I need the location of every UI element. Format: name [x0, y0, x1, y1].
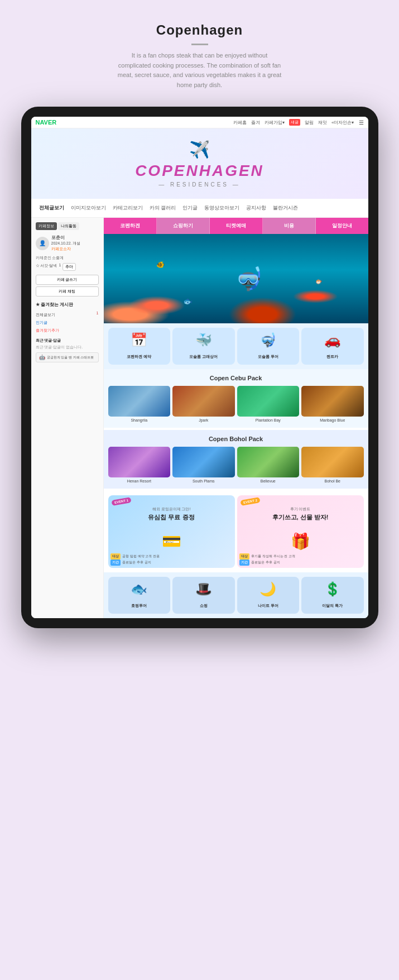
hopping-label: 호핑투어 [131, 604, 147, 608]
icon-card-reservation[interactable]: 📅 코펜하겐 예약 [108, 328, 171, 365]
bohol-item-henan[interactable]: Henan Resort [108, 447, 171, 483]
menu-cost[interactable]: 비용 [263, 218, 316, 234]
recent-title: 최근 댓글·답글 [36, 338, 99, 343]
user-info: 👤 포춘이 2024.10.22. 개설 카페요소자 [36, 235, 99, 252]
nav-alarm[interactable]: 알림 [305, 119, 314, 126]
whale-icon: 🐳 [175, 332, 233, 348]
diver-icon: 🤿 [235, 266, 263, 292]
bottom-grid: 🐟 호핑투어 🎩 쇼핑 🌙 나이트 투어 💲 이달의 특가 [104, 572, 368, 618]
header-divider [191, 44, 208, 45]
menu-copenhagen[interactable]: 코펜하겐 [104, 218, 157, 234]
page-description: It is a fan chops steak that can be enjo… [116, 51, 283, 90]
icon-card-rental[interactable]: 🚗 렌트카 [301, 328, 364, 365]
nav-tab-notice[interactable]: 공지사항 [244, 203, 268, 213]
chat-button[interactable]: 카페 채팅 [36, 286, 99, 297]
tour-label: 오슬롬 투어 [258, 355, 278, 358]
event2-title: 후기쓰고, 선물 받자! [242, 513, 359, 522]
nav-fun[interactable]: 재밋 [318, 119, 327, 126]
recent-section: 최근 댓글·답글 최근 댓글·답글이 없습니다. [36, 338, 99, 350]
icon-grid: 📅 코펜하겐 예약 🐳 오슬롬 고래상어 🤿 오슬롬 투어 🚗 렌트카 [104, 323, 368, 369]
favorites-label: ☆ 서갓·달넥 [36, 263, 57, 273]
cebu-item-jpark[interactable]: Jpark [172, 386, 235, 422]
nav-menu-icon[interactable]: ☰ [359, 119, 364, 126]
shangrila-label: Shangrila [108, 418, 171, 422]
fish-icon-1: 🐠 [156, 261, 165, 269]
nav-enjoy[interactable]: 즐겨 [251, 119, 260, 126]
board-link-popular[interactable]: 인기글 [36, 319, 99, 327]
cebu-item-plantation[interactable]: Plantation Bay [237, 386, 300, 422]
event2-period-text: 종료일은 추후 공지 [251, 561, 280, 564]
nav-tabs: 전체글보기 이미지모아보기 카테고리보기 카의 갤러리 인기글 동영상모아보기 … [31, 199, 368, 218]
bohol-item-bellevue[interactable]: Bellevue [237, 447, 300, 483]
menu-schedule[interactable]: 일정안내 [316, 218, 368, 234]
icon-card-tour[interactable]: 🤿 오슬롬 투어 [237, 328, 300, 365]
bohol-item-southplams[interactable]: South Plams [172, 447, 235, 483]
user-grade-text: 카제준인 소줄계 [36, 255, 99, 261]
nav-join[interactable]: 카페가입▾ [265, 119, 285, 126]
bellevue-img [237, 447, 300, 477]
event-card-2[interactable]: EVENT 2 후기 이벤트 후기쓰고, 선물 받자! 🎁 대상 후기를 작성해… [237, 495, 364, 568]
nav-tab-season[interactable]: 블란거시즌 [271, 203, 300, 213]
cebu-item-maribago[interactable]: Maribago Blue [301, 386, 364, 422]
write-button[interactable]: 카페 글쓰기 [36, 275, 99, 285]
event2-target-tag: 대상 [239, 553, 249, 560]
event-card-1[interactable]: EVENT 1 해외 로밍은이제 그만! 유심칩 무료 증정 💳 대상 공항 탑… [108, 495, 235, 568]
percent-icon: 💲 [304, 581, 362, 597]
cafe-hero: ✈️ COPENHAGEN — RESIDENCES — [31, 128, 368, 199]
qna-button[interactable]: 🤖 궁금한게 있을 땐 카페 스태프봇 [36, 352, 99, 362]
qna-label: 궁금한게 있을 땐 카페 스태프봇 [47, 355, 94, 360]
user-since: 2024.10.22. 개설 [51, 241, 81, 246]
southplams-label: South Plams [172, 479, 235, 483]
cebu-item-shangrila[interactable]: Shangrila [108, 386, 171, 422]
nav-tab-images[interactable]: 이미지모아보기 [69, 203, 108, 213]
sidebar-tab-activity[interactable]: 나의활동 [58, 222, 79, 230]
nav-tab-video[interactable]: 동영상모아보기 [202, 203, 242, 213]
shopping-label: 쇼핑 [200, 604, 208, 608]
add-fav-link[interactable]: 즐겨찾기추가 [36, 327, 99, 334]
new-post-badge[interactable]: 새글 [289, 119, 300, 126]
calendar-icon: 📅 [110, 332, 169, 348]
whale-label: 오슬롬 고래상어 [189, 355, 218, 358]
bottom-card-night[interactable]: 🌙 나이트 투어 [237, 577, 300, 614]
event1-subtitle: 해외 로밍은이제 그만! [113, 506, 230, 512]
nav-tab-popular[interactable]: 인기글 [180, 203, 200, 213]
henan-label: Henan Resort [108, 479, 171, 483]
sidebar-tab-info[interactable]: 카페정보 [36, 222, 57, 230]
bottom-card-special[interactable]: 💲 이달의 특가 [301, 577, 364, 614]
event2-target-text: 후기를 작성해 주시는 전 고객 [251, 554, 295, 558]
naver-logo[interactable]: NAVER [36, 119, 57, 126]
event1-detail: 대상 공항 탑컵 예약 고객 전원 기간 종료일은 추후 공지 [108, 553, 235, 568]
user-name: 포춘이 [51, 235, 81, 241]
bohol-item-bohol-be[interactable]: Bohol Be [301, 447, 364, 483]
board-link-1[interactable]: 전체글보기 [36, 311, 55, 319]
event2-subtitle: 후기 이벤트 [242, 506, 359, 512]
sim-card-icon: 💳 [162, 533, 181, 550]
follow-button[interactable]: 추마 [63, 263, 76, 271]
user-avatar: 👤 [36, 237, 49, 250]
southplams-img [172, 447, 235, 477]
device-frame: NAVER 카페홈 즐겨 카페가입▾ 새글 알림 재밋 «더자인손▾ ☰ ✈️ … [21, 107, 378, 628]
sidebar: 카페정보 나의활동 👤 포춘이 2024.10.22. 개설 카페요소자 카제준… [31, 218, 104, 618]
nav-design[interactable]: «더자인손▾ [331, 119, 354, 126]
plantation-img [237, 386, 300, 417]
hat-icon: 🎩 [175, 581, 233, 597]
bohol-pack-title: Copen Bohol Pack [108, 436, 364, 442]
page-title: Copenhagen [116, 22, 283, 38]
henan-img [108, 447, 171, 477]
menu-ticket[interactable]: 티켓예매 [210, 218, 263, 234]
fish-icon-2: 🐡 [315, 279, 322, 285]
bottom-card-shopping[interactable]: 🎩 쇼핑 [172, 577, 235, 614]
menu-shopping[interactable]: 쇼핑하기 [157, 218, 210, 234]
event1-image: 💳 [108, 532, 235, 551]
cebu-pack-title: Copen Cebu Pack [108, 375, 364, 381]
nav-cafehome[interactable]: 카페홈 [233, 119, 247, 126]
jpark-img [172, 386, 235, 417]
nav-tab-gallery[interactable]: 카의 갤러리 [147, 203, 179, 213]
icon-card-whale[interactable]: 🐳 오슬롬 고래상어 [172, 328, 235, 365]
sidebar-links: 전체글보기 1 인기글 즐겨찾기추가 [36, 311, 99, 334]
nav-tab-category[interactable]: 카테고리보기 [110, 203, 145, 213]
bottom-card-hopping[interactable]: 🐟 호핑투어 [108, 577, 171, 614]
device-screen: NAVER 카페홈 즐겨 카페가입▾ 새글 알림 재밋 «더자인손▾ ☰ ✈️ … [31, 117, 368, 618]
moon-icon: 🌙 [239, 581, 297, 597]
nav-tab-all[interactable]: 전체글보기 [37, 203, 66, 213]
